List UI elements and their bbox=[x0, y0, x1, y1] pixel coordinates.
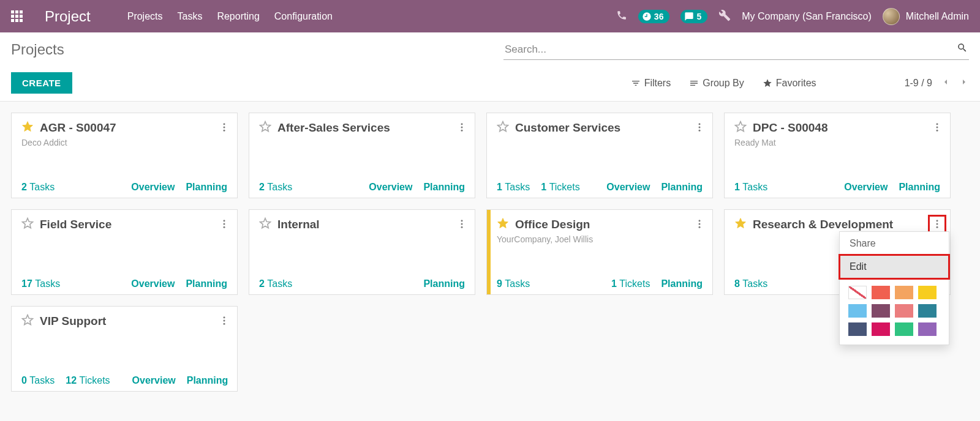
project-card[interactable]: VIP Support0 Tasks12 TicketsOverviewPlan… bbox=[11, 306, 238, 392]
project-link-overview[interactable]: Overview bbox=[131, 182, 175, 193]
project-link-planning[interactable]: Planning bbox=[186, 182, 227, 193]
svg-point-13 bbox=[224, 223, 225, 225]
menu-share[interactable]: Share bbox=[840, 232, 949, 255]
card-menu-icon[interactable] bbox=[692, 216, 707, 234]
color-swatch[interactable] bbox=[848, 322, 867, 336]
menu-edit[interactable]: Edit bbox=[840, 255, 949, 278]
company-switcher[interactable]: My Company (San Francisco) bbox=[742, 11, 872, 22]
project-link-overview[interactable]: Overview bbox=[131, 278, 175, 289]
project-link-planning[interactable]: Planning bbox=[186, 278, 227, 289]
star-icon[interactable] bbox=[259, 121, 271, 135]
project-link-planning[interactable]: Planning bbox=[423, 182, 465, 193]
svg-point-23 bbox=[937, 226, 938, 228]
project-link-tasks[interactable]: 17 Tasks bbox=[21, 278, 60, 289]
pager-range: 1-9 / 9 bbox=[905, 78, 932, 89]
project-link-tasks[interactable]: 8 Tasks bbox=[734, 278, 767, 289]
color-swatch[interactable] bbox=[895, 286, 913, 299]
project-link-tasks[interactable]: 2 Tasks bbox=[259, 182, 292, 193]
timer-badge[interactable]: 36 bbox=[638, 10, 670, 23]
pager-next[interactable] bbox=[959, 77, 969, 89]
card-menu-icon[interactable] bbox=[216, 313, 232, 331]
color-swatch[interactable] bbox=[918, 286, 937, 299]
project-link-planning[interactable]: Planning bbox=[187, 375, 228, 386]
messages-count: 5 bbox=[696, 12, 701, 21]
project-card[interactable]: Internal2 TasksPlanning bbox=[249, 209, 475, 295]
project-link-planning[interactable]: Planning bbox=[899, 182, 940, 193]
svg-point-25 bbox=[224, 320, 225, 322]
project-link-tasks[interactable]: 1 Tasks bbox=[497, 182, 530, 193]
user-menu[interactable]: Mitchell Admin bbox=[883, 8, 969, 25]
developer-tools-icon[interactable] bbox=[718, 9, 731, 24]
color-swatch[interactable] bbox=[872, 304, 890, 318]
project-link-overview[interactable]: Overview bbox=[606, 182, 650, 193]
messages-badge[interactable]: 5 bbox=[680, 10, 707, 23]
nav-tasks[interactable]: Tasks bbox=[178, 11, 203, 22]
star-icon[interactable] bbox=[21, 314, 34, 329]
star-icon[interactable] bbox=[21, 121, 34, 135]
card-menu-icon[interactable] bbox=[454, 216, 470, 234]
star-icon[interactable] bbox=[21, 217, 34, 232]
search-icon[interactable] bbox=[957, 42, 968, 56]
project-link-tasks[interactable]: 2 Tasks bbox=[21, 182, 55, 193]
star-icon[interactable] bbox=[497, 217, 509, 232]
pager-prev[interactable] bbox=[941, 77, 951, 89]
project-link-planning[interactable]: Planning bbox=[661, 278, 703, 289]
project-stats: 2 TasksPlanning bbox=[259, 278, 465, 289]
svg-point-14 bbox=[224, 226, 225, 228]
color-swatch[interactable] bbox=[918, 304, 937, 318]
star-icon[interactable] bbox=[734, 121, 747, 135]
nav-reporting[interactable]: Reporting bbox=[217, 11, 259, 22]
project-card[interactable]: AGR - S00047Deco Addict2 TasksOverviewPl… bbox=[11, 113, 238, 198]
project-link-overview[interactable]: Overview bbox=[132, 375, 176, 386]
color-swatch[interactable] bbox=[848, 286, 867, 299]
project-link-tasks[interactable]: 2 Tasks bbox=[259, 278, 292, 289]
groupby-toggle[interactable]: Group By bbox=[689, 78, 744, 89]
color-swatch[interactable] bbox=[848, 304, 867, 318]
project-link-planning[interactable]: Planning bbox=[661, 182, 703, 193]
search-input[interactable] bbox=[503, 41, 969, 60]
card-menu-icon[interactable] bbox=[692, 119, 707, 138]
app-brand: Project bbox=[45, 8, 91, 25]
project-link-overview[interactable]: Overview bbox=[844, 182, 888, 193]
star-icon[interactable] bbox=[497, 121, 509, 135]
project-link-tasks[interactable]: 9 Tasks bbox=[497, 278, 530, 289]
star-icon[interactable] bbox=[734, 217, 747, 232]
project-link-tickets[interactable]: 12 Tickets bbox=[66, 375, 110, 386]
project-stats: 2 TasksOverviewPlanning bbox=[259, 182, 465, 193]
favorites-toggle[interactable]: Favorites bbox=[763, 78, 816, 89]
project-card[interactable]: Office DesignYourCompany, Joel Willis9 T… bbox=[486, 209, 713, 295]
nav-configuration[interactable]: Configuration bbox=[274, 11, 333, 22]
project-link-tasks[interactable]: 1 Tasks bbox=[734, 182, 767, 193]
card-menu-icon[interactable] bbox=[454, 119, 470, 138]
project-link-overview[interactable]: Overview bbox=[369, 182, 412, 193]
project-title: Internal bbox=[277, 218, 320, 231]
color-swatch[interactable] bbox=[918, 322, 937, 336]
project-title: Field Service bbox=[40, 218, 111, 231]
svg-point-3 bbox=[461, 123, 463, 125]
project-card[interactable]: DPC - S00048Ready Mat1 TasksOverviewPlan… bbox=[724, 113, 951, 198]
project-link-tickets[interactable]: 1 Tickets bbox=[611, 278, 650, 289]
card-menu-icon[interactable] bbox=[929, 119, 945, 138]
project-card[interactable]: Field Service17 TasksOverviewPlanning bbox=[11, 209, 238, 295]
phone-icon[interactable] bbox=[616, 10, 627, 23]
top-navbar: Project Projects Tasks Reporting Configu… bbox=[0, 0, 980, 32]
nav-projects[interactable]: Projects bbox=[127, 11, 163, 22]
apps-icon[interactable] bbox=[11, 10, 23, 22]
star-icon[interactable] bbox=[259, 217, 271, 232]
project-card[interactable]: After-Sales Services2 TasksOverviewPlann… bbox=[249, 113, 475, 198]
card-menu-icon[interactable] bbox=[216, 119, 232, 138]
project-link-tasks[interactable]: 0 Tasks bbox=[21, 375, 55, 386]
color-swatch[interactable] bbox=[872, 322, 890, 336]
color-swatch[interactable] bbox=[872, 286, 890, 299]
favorites-label: Favorites bbox=[776, 78, 816, 89]
project-subtitle: YourCompany, Joel Willis bbox=[497, 234, 703, 244]
svg-point-8 bbox=[699, 130, 701, 132]
color-swatch[interactable] bbox=[895, 304, 913, 318]
project-link-planning[interactable]: Planning bbox=[423, 278, 465, 289]
project-link-tickets[interactable]: 1 Tickets bbox=[541, 182, 579, 193]
project-card[interactable]: Customer Services1 Tasks1 TicketsOvervie… bbox=[486, 113, 713, 198]
card-menu-icon[interactable] bbox=[216, 216, 232, 234]
color-swatch[interactable] bbox=[895, 322, 913, 336]
filters-toggle[interactable]: Filters bbox=[631, 78, 671, 89]
create-button[interactable]: CREATE bbox=[11, 72, 72, 94]
